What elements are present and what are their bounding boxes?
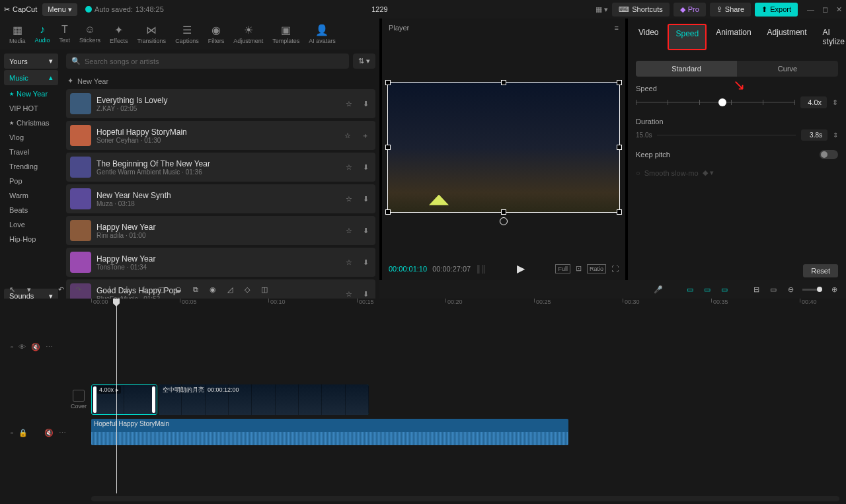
select-dropdown-icon[interactable]: ▾ bbox=[24, 285, 34, 294]
sidebar-item-love[interactable]: Love bbox=[4, 217, 58, 232]
tool-tab-effects[interactable]: ✦Effects bbox=[106, 21, 132, 47]
player-menu-icon[interactable]: ≡ bbox=[615, 24, 619, 32]
speed-value[interactable]: 4.0x bbox=[800, 96, 827, 108]
mirror-icon[interactable]: ◿ bbox=[225, 285, 235, 294]
tool-tab-filters[interactable]: ◉Filters bbox=[204, 21, 229, 47]
menu-button[interactable]: Menu ▾ bbox=[42, 3, 77, 16]
sidebar-item-trending[interactable]: Trending bbox=[4, 159, 58, 174]
inspector-tab-ai-stylize[interactable]: AI stylize bbox=[816, 24, 846, 50]
track-item[interactable]: Happy New YearTonsTone · 01:34☆⬇ bbox=[66, 248, 375, 277]
sidebar-item-hip-hop[interactable]: Hip-Hop bbox=[4, 232, 58, 246]
pro-button[interactable]: ◆ Pro bbox=[673, 3, 706, 17]
filter-button[interactable]: ⇅ ▾ bbox=[353, 54, 375, 69]
download-icon[interactable]: ⬇ bbox=[360, 290, 371, 299]
share-button[interactable]: ⇪ Share bbox=[710, 3, 751, 17]
timeline[interactable]: 00:0000:0500:1000:1500:2000:2500:3000:35… bbox=[0, 299, 846, 504]
full-button[interactable]: Full bbox=[555, 264, 570, 273]
timeline-ruler[interactable]: 00:0000:0500:1000:1500:2000:2500:3000:35… bbox=[91, 299, 846, 310]
resize-handle[interactable] bbox=[501, 209, 506, 215]
audio-clip[interactable]: Hopeful Happy StoryMain bbox=[91, 419, 568, 445]
undo-icon[interactable]: ↶ bbox=[56, 285, 66, 294]
clip-handle-right[interactable] bbox=[152, 386, 155, 413]
favorite-icon[interactable]: ☆ bbox=[343, 290, 355, 299]
compare-icon[interactable]: ⊡ bbox=[576, 264, 582, 273]
marker-icon[interactable]: ◒ bbox=[173, 285, 184, 294]
tool-tab-media[interactable]: ▦Media bbox=[5, 21, 30, 47]
sidebar-yours[interactable]: Yours▾ bbox=[4, 54, 58, 69]
mic-icon[interactable]: 🎤 bbox=[653, 285, 664, 294]
rotate-handle[interactable] bbox=[500, 217, 508, 225]
layout-icon[interactable]: ▦ ▾ bbox=[596, 5, 608, 14]
tool-tab-stickers[interactable]: ☺Stickers bbox=[75, 21, 104, 47]
zoom-in-icon[interactable]: ⊕ bbox=[829, 285, 839, 294]
sidebar-item-beats[interactable]: Beats bbox=[4, 203, 58, 217]
favorite-icon[interactable]: ☆ bbox=[343, 163, 355, 172]
sidebar-music-accordion[interactable]: Music▴ bbox=[4, 70, 58, 85]
download-icon[interactable]: ⬇ bbox=[360, 227, 371, 235]
favorite-icon[interactable]: ☆ bbox=[343, 195, 355, 203]
resize-handle[interactable] bbox=[617, 80, 622, 85]
tool-tab-templates[interactable]: ▣Templates bbox=[268, 21, 303, 47]
ratio-button[interactable]: Ratio bbox=[587, 264, 606, 273]
speed-slider[interactable] bbox=[636, 102, 795, 103]
duration-value[interactable]: 3.8s bbox=[801, 129, 827, 141]
sidebar-item-vlog[interactable]: Vlog bbox=[4, 130, 58, 145]
inspector-tab-animation[interactable]: Animation bbox=[709, 24, 757, 50]
tool-tab-transitions[interactable]: ⋈Transitions bbox=[133, 21, 170, 47]
speed-mode-segment[interactable]: Standard Curve bbox=[636, 61, 838, 77]
lock-icon[interactable]: ▫ bbox=[11, 343, 13, 351]
export-button[interactable]: ⬆ Export bbox=[755, 3, 798, 17]
inspector-tab-speed[interactable]: Speed bbox=[668, 24, 707, 50]
track-item[interactable]: Everything Is LovelyZ.KAY · 02:05☆⬇ bbox=[66, 89, 375, 118]
tool-tab-text[interactable]: TText bbox=[56, 21, 75, 47]
favorite-icon[interactable]: ☆ bbox=[342, 131, 354, 140]
video-preview[interactable] bbox=[387, 82, 620, 213]
seg-curve[interactable]: Curve bbox=[737, 61, 838, 77]
download-icon[interactable]: ⬇ bbox=[360, 195, 371, 203]
playhead[interactable] bbox=[116, 299, 117, 493]
download-icon[interactable]: ⬇ bbox=[360, 100, 371, 108]
clip-handle-left[interactable] bbox=[93, 386, 96, 413]
play-button[interactable]: ▶ bbox=[517, 262, 525, 275]
sidebar-item-vip-hot[interactable]: VIP HOT bbox=[4, 101, 58, 116]
resize-handle[interactable] bbox=[385, 80, 391, 85]
track-item[interactable]: New Year New SynthMuza · 03:18☆⬇ bbox=[66, 184, 375, 213]
inspector-tab-video[interactable]: Video bbox=[632, 24, 665, 50]
visibility-icon[interactable]: 👁 bbox=[19, 343, 26, 351]
mute-icon[interactable]: 🔇 bbox=[31, 343, 40, 351]
preview-icon[interactable]: ▭ bbox=[768, 285, 779, 294]
tool-tab-ai avatars[interactable]: 👤AI avatars bbox=[305, 21, 340, 47]
redo-icon[interactable]: ↷ bbox=[73, 285, 83, 294]
close-icon[interactable]: ✕ bbox=[836, 5, 842, 14]
sidebar-item-pop[interactable]: Pop bbox=[4, 174, 58, 188]
split-right-icon[interactable]: ⟘ bbox=[139, 285, 149, 294]
track-item[interactable]: Hopeful Happy StoryMainSoner Ceyhan · 01… bbox=[66, 121, 375, 150]
more-icon[interactable]: ⋯ bbox=[59, 429, 66, 437]
shortcuts-button[interactable]: ⌨ Shortcuts bbox=[612, 3, 669, 17]
delete-icon[interactable]: ▢ bbox=[156, 285, 167, 294]
search-input[interactable]: 🔍Search songs or artists bbox=[66, 54, 349, 69]
resize-handle[interactable] bbox=[617, 209, 622, 215]
snap1-icon[interactable]: ▭ bbox=[685, 285, 695, 294]
track-item[interactable]: Happy New YearRini adila · 01:00☆⬇ bbox=[66, 216, 375, 245]
lock2-icon[interactable]: 🔒 bbox=[19, 429, 28, 437]
resize-handle[interactable] bbox=[385, 209, 391, 215]
more-icon[interactable]: ⋯ bbox=[46, 343, 53, 351]
duration-stepper[interactable]: ⇕ bbox=[833, 131, 838, 139]
reverse-icon[interactable]: ◉ bbox=[208, 285, 218, 294]
cover-button[interactable]: Cover bbox=[69, 390, 89, 410]
mute-icon[interactable]: 🔇 bbox=[44, 429, 54, 437]
track-item[interactable]: The Beginning Of The New YearGentle Warm… bbox=[66, 153, 375, 182]
tool-tab-captions[interactable]: ☰Captions bbox=[171, 21, 203, 47]
sidebar-item-warm[interactable]: Warm bbox=[4, 188, 58, 203]
align-icon[interactable]: ⊟ bbox=[751, 285, 761, 294]
favorite-icon[interactable]: ☆ bbox=[343, 227, 355, 235]
keep-pitch-toggle[interactable] bbox=[820, 150, 838, 159]
fullscreen-icon[interactable]: ⛶ bbox=[611, 265, 619, 273]
sidebar-item-new-year[interactable]: ★New Year bbox=[4, 87, 58, 101]
video-clip-selected[interactable]: 4.00x ▸ bbox=[91, 384, 157, 415]
maximize-icon[interactable]: ◻ bbox=[822, 5, 828, 14]
zoom-out-icon[interactable]: ⊖ bbox=[785, 285, 796, 294]
minimize-icon[interactable]: — bbox=[807, 5, 814, 14]
select-tool-icon[interactable]: ↖ bbox=[7, 285, 17, 294]
